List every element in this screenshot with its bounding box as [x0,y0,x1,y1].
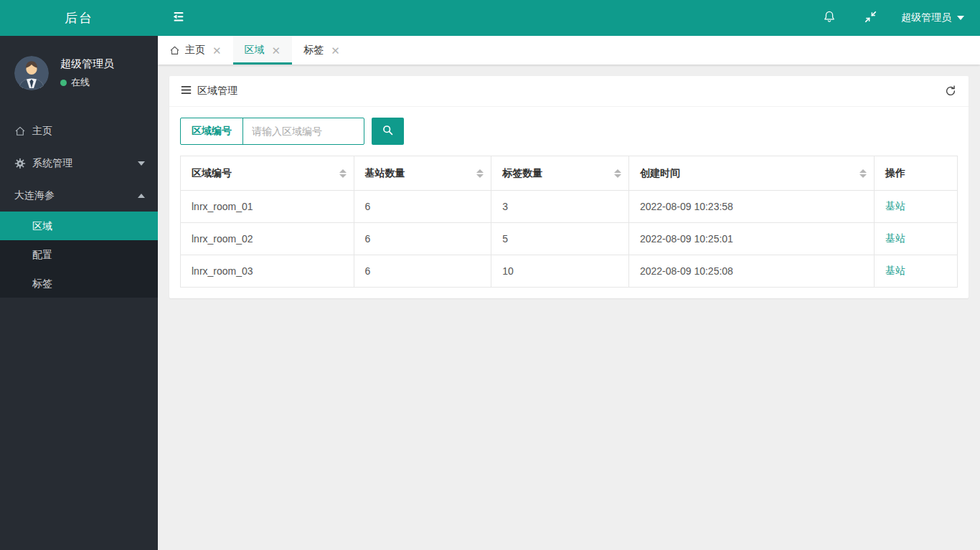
area-table: 区域编号 基站数量 标签数量 [180,156,958,288]
tab-tags[interactable]: 标签 ✕ [292,36,352,65]
notifications-button[interactable] [809,0,850,36]
sidebar: 超级管理员 在线 主页 [0,36,158,550]
sidebar-item-label: 系统管理 [32,157,72,170]
card-body: 区域编号 [169,107,969,298]
chevron-down-icon [957,16,964,20]
sidebar-user-name: 超级管理员 [60,57,114,71]
column-label: 标签数量 [502,167,542,179]
tab-area[interactable]: 区域 ✕ [233,36,293,65]
sidebar-subitem-label: 配置 [32,249,52,260]
cell-tags: 5 [491,223,629,255]
close-icon[interactable]: ✕ [331,45,340,56]
tab-label: 区域 [245,44,265,57]
sidebar-submenu: 区域 配置 标签 [0,212,158,298]
home-icon [14,125,32,137]
sidebar-item-dalian[interactable]: 大连海参 [0,179,158,212]
column-header-action: 操作 [875,156,958,191]
fullscreen-exit-icon [864,10,877,27]
gear-icon [14,158,32,169]
main-area: 主页 ✕ 区域 ✕ 标签 ✕ 区域管理 [158,36,980,550]
tab-label: 标签 [303,44,324,57]
area-management-card: 区域管理 区域编号 [169,76,969,298]
search-field-label: 区域编号 [181,118,243,144]
content: 区域管理 区域编号 [158,65,980,550]
bell-icon [822,9,837,27]
cell-tags: 10 [491,255,629,288]
tab-home[interactable]: 主页 ✕ [158,36,233,65]
cell-created: 2022-08-09 10:25:08 [628,255,874,288]
sidebar-user-info: 超级管理员 在线 [60,57,114,89]
refresh-button[interactable] [944,85,957,98]
sort-icon[interactable] [859,169,867,178]
list-icon [181,85,192,98]
close-icon[interactable]: ✕ [272,45,281,56]
sidebar-subitem-label: 标签 [32,278,52,289]
chevron-up-icon [138,194,145,198]
home-icon [169,45,180,56]
sidebar-item-area[interactable]: 区域 [0,212,158,240]
sort-icon[interactable] [614,169,621,178]
search-group: 区域编号 [180,118,364,145]
spread-left-icon [171,9,187,27]
card-header: 区域管理 [169,76,969,107]
table-row: lnrx_room_01 6 3 2022-08-09 10:23:58 基站 [181,191,958,223]
cell-region: lnrx_room_03 [181,255,354,288]
sidebar-item-home[interactable]: 主页 [0,115,158,147]
app-logo: 后台 [0,9,158,27]
sidebar-collapse-button[interactable] [158,0,199,36]
cell-stations: 6 [354,255,491,288]
search-button[interactable] [372,118,404,145]
online-dot-icon [60,80,67,86]
base-station-link[interactable]: 基站 [885,232,905,244]
sidebar-item-label: 主页 [32,125,52,138]
table-row: lnrx_room_03 6 10 2022-08-09 10:25:08 基站 [181,255,958,288]
column-header-tags[interactable]: 标签数量 [491,156,629,191]
cell-stations: 6 [354,223,491,255]
page-title: 区域管理 [197,85,237,98]
tab-label: 主页 [185,44,205,57]
tabbar: 主页 ✕ 区域 ✕ 标签 ✕ [158,36,980,65]
column-label: 操作 [885,167,905,179]
user-menu-label: 超级管理员 [901,11,951,24]
cell-created: 2022-08-09 10:23:58 [628,191,874,223]
cell-created: 2022-08-09 10:25:01 [628,223,874,255]
column-header-created[interactable]: 创建时间 [628,156,874,191]
cell-region: lnrx_room_01 [181,191,354,223]
cell-region: lnrx_room_02 [181,223,354,255]
online-status-label: 在线 [71,76,90,89]
sidebar-item-system[interactable]: 系统管理 [0,147,158,179]
sidebar-user-block: 超级管理员 在线 [0,36,158,115]
search-row: 区域编号 [180,118,958,145]
sidebar-user-status: 在线 [60,76,114,89]
sidebar-item-label: 大连海参 [14,189,55,202]
close-icon[interactable]: ✕ [212,45,222,56]
column-header-region[interactable]: 区域编号 [181,156,354,191]
search-icon [382,124,394,138]
user-menu[interactable]: 超级管理员 [891,0,980,36]
base-station-link[interactable]: 基站 [885,200,905,212]
base-station-link[interactable]: 基站 [885,265,905,276]
table-row: lnrx_room_02 6 5 2022-08-09 10:25:01 基站 [181,223,958,255]
sidebar-item-config[interactable]: 配置 [0,240,158,269]
sort-icon[interactable] [476,169,484,178]
column-label: 区域编号 [192,167,232,179]
cell-tags: 3 [491,191,629,223]
chevron-down-icon [138,161,145,166]
topbar-right: 超级管理员 [809,0,980,36]
cell-stations: 6 [354,191,491,223]
fullscreen-button[interactable] [850,0,891,36]
search-input[interactable] [243,118,364,144]
sidebar-item-tags[interactable]: 标签 [0,269,158,298]
sidebar-nav: 主页 [0,115,158,298]
column-label: 基站数量 [365,167,405,179]
sort-icon[interactable] [339,169,347,178]
table-header-row: 区域编号 基站数量 标签数量 [181,156,958,191]
avatar[interactable] [14,56,49,90]
sidebar-subitem-label: 区域 [32,220,52,232]
topbar: 后台 [0,0,980,36]
column-label: 创建时间 [640,167,680,179]
column-header-stations[interactable]: 基站数量 [354,156,491,191]
